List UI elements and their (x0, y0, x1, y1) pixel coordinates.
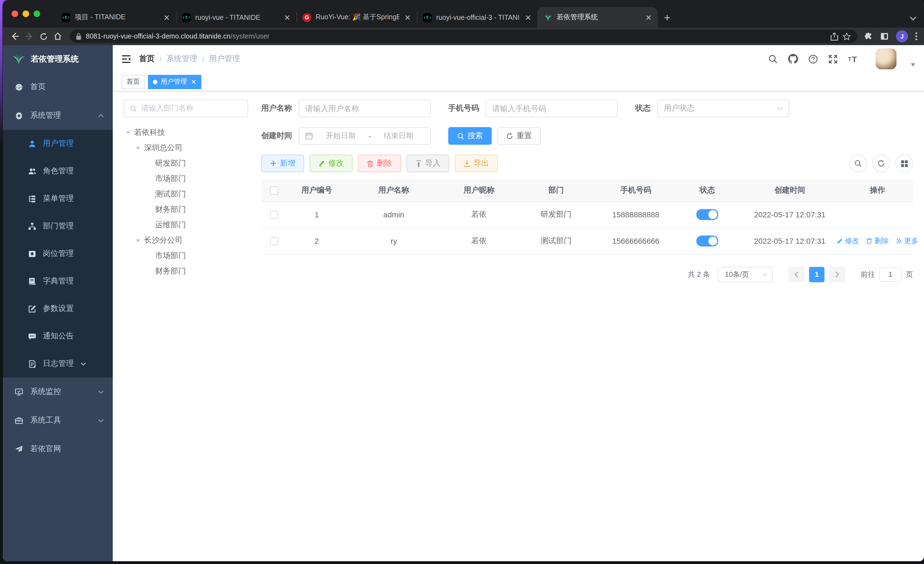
github-icon[interactable] (788, 54, 798, 64)
close-window-button[interactable] (12, 11, 18, 17)
search-button[interactable]: 搜索 (448, 127, 492, 145)
tag-user-management[interactable]: 用户管理✕ (148, 75, 201, 89)
sidebar-fold-icon[interactable] (122, 55, 131, 63)
user-avatar[interactable] (876, 48, 897, 69)
tree-node[interactable]: 市场部门 (124, 248, 248, 263)
back-icon[interactable] (8, 30, 21, 43)
edit-button[interactable]: 修改 (310, 155, 352, 172)
sidebar-item-config[interactable]: 参数设置 (3, 295, 113, 322)
username-field[interactable] (305, 104, 424, 113)
caret-down-icon[interactable] (136, 239, 140, 242)
import-button[interactable]: 导入 (406, 155, 449, 172)
next-page-button[interactable] (829, 266, 845, 282)
tab-close-icon[interactable]: ✕ (282, 13, 292, 22)
browser-profile-avatar[interactable]: J (896, 30, 908, 42)
browser-tab-2[interactable]: ‹t› ruoyi-vue - TITANIDE ✕ (176, 7, 297, 27)
lock-icon[interactable] (76, 33, 81, 40)
zoom-window-button[interactable] (33, 11, 40, 17)
tab-search-icon[interactable] (910, 17, 916, 21)
sidebar-item-depts[interactable]: 部门管理 (3, 212, 113, 240)
row-checkbox[interactable] (270, 211, 278, 219)
tag-close-icon[interactable]: ✕ (191, 78, 196, 86)
new-tab-button[interactable]: + (659, 9, 675, 26)
tree-node[interactable]: 财务部门 (124, 263, 248, 279)
tree-node[interactable]: 市场部门 (124, 171, 248, 186)
status-toggle-on[interactable] (696, 209, 718, 220)
date-start-placeholder[interactable]: 开始日期 (315, 131, 366, 141)
home-icon[interactable] (51, 30, 64, 43)
tree-node[interactable]: 测试部门 (124, 186, 248, 202)
tag-home[interactable]: 首页 (122, 75, 145, 89)
tree-node[interactable]: 深圳总公司 (124, 140, 248, 156)
tree-node[interactable]: 运维部门 (124, 217, 248, 233)
tab-close-icon[interactable]: ✕ (644, 13, 653, 22)
date-end-placeholder[interactable]: 结束日期 (373, 131, 424, 141)
breadcrumb-home[interactable]: 首页 (139, 54, 154, 64)
tab-close-icon[interactable]: ✕ (524, 13, 533, 22)
tree-node[interactable]: 若依科技 (124, 125, 248, 140)
page-1-button[interactable]: 1 (809, 266, 825, 282)
app-logo[interactable]: 若依管理系统 (3, 45, 113, 73)
sidebar-item-official-site[interactable]: 若依官网 (3, 435, 113, 463)
export-button[interactable]: 导出 (455, 155, 498, 172)
delete-button[interactable]: 删除 (358, 155, 401, 172)
sidebar-item-system[interactable]: 系统管理 (3, 101, 113, 130)
browser-tab-1[interactable]: ‹t› 项目 - TITANIDE ✕ (56, 7, 176, 27)
tree-node[interactable]: 研发部门 (124, 156, 248, 171)
minimize-window-button[interactable] (22, 11, 29, 17)
bookmark-star-icon[interactable] (843, 32, 851, 41)
phone-input[interactable] (486, 99, 618, 117)
column-settings-icon-button[interactable] (896, 155, 913, 172)
fullscreen-icon[interactable] (828, 54, 837, 63)
sidebar-item-dict[interactable]: 字典管理 (3, 268, 113, 295)
sidebar-item-monitor[interactable]: 系统监控 (3, 378, 113, 406)
status-toggle-on[interactable] (696, 236, 718, 247)
sidebar-item-roles[interactable]: 角色管理 (3, 157, 113, 185)
tree-node[interactable]: 财务部门 (124, 202, 248, 217)
font-size-icon[interactable]: TT (848, 54, 858, 63)
tab-close-icon[interactable]: ✕ (403, 13, 412, 22)
phone-field[interactable] (492, 104, 611, 113)
side-panel-icon[interactable] (880, 32, 889, 41)
goto-page-input[interactable] (879, 267, 902, 281)
sidebar-item-users[interactable]: 用户管理 (3, 130, 113, 157)
row-more-link[interactable]: 更多 (896, 236, 918, 246)
extensions-puzzle-icon[interactable] (864, 32, 873, 41)
tree-node[interactable]: 长沙分公司 (124, 233, 248, 248)
help-question-icon[interactable] (808, 54, 818, 63)
tab-close-icon[interactable]: ✕ (162, 13, 172, 22)
add-button[interactable]: 新增 (261, 155, 304, 172)
header-search-icon[interactable] (768, 54, 777, 63)
sidebar-item-menus[interactable]: 菜单管理 (3, 185, 113, 212)
share-icon[interactable] (831, 32, 838, 41)
date-range-input[interactable]: 开始日期 - 结束日期 (298, 127, 430, 145)
breadcrumb-system[interactable]: 系统管理 (166, 54, 197, 64)
row-delete-link[interactable]: 删除 (866, 236, 889, 246)
dept-search-input[interactable]: 请输入部门名称 (124, 99, 248, 117)
refresh-table-icon-button[interactable] (872, 155, 890, 172)
avatar-caret-down-icon[interactable] (911, 63, 915, 66)
browser-menu-kebab-icon[interactable] (915, 32, 917, 41)
browser-tab-3[interactable]: G RuoYi-Vue: 🎉 基于SpringBoot ✕ (297, 7, 417, 27)
caret-down-icon[interactable] (136, 147, 140, 149)
reset-button[interactable]: 重置 (497, 127, 541, 145)
sidebar-item-tools[interactable]: 系统工具 (3, 406, 113, 435)
row-edit-link[interactable]: 修改 (837, 236, 859, 246)
status-select[interactable]: 用户状态 (657, 99, 789, 117)
address-bar[interactable]: 8081-ruoyi-vue-official-3-demo.cloud.tit… (70, 30, 858, 43)
forward-icon[interactable] (22, 30, 36, 43)
browser-tab-4[interactable]: ‹t› ruoyi-vue-official-3 - TITANIDE ✕ (417, 7, 537, 27)
toggle-search-icon-button[interactable] (849, 155, 867, 172)
username-input[interactable] (298, 99, 430, 117)
sidebar-item-posts[interactable]: 岗位管理 (3, 240, 113, 268)
browser-tab-active[interactable]: 若依管理系统 ✕ (537, 7, 658, 27)
sidebar-item-home[interactable]: 首页 (3, 73, 113, 101)
sidebar-item-notice[interactable]: 通知公告 (3, 322, 113, 350)
select-all-checkbox[interactable] (270, 186, 278, 195)
caret-down-icon[interactable] (126, 131, 130, 134)
prev-page-button[interactable] (788, 266, 805, 282)
page-size-select[interactable]: 10条/页 (718, 266, 773, 282)
sidebar-item-logs[interactable]: 日志管理 (3, 350, 113, 378)
row-checkbox[interactable] (270, 238, 278, 246)
reload-icon[interactable] (37, 30, 50, 43)
